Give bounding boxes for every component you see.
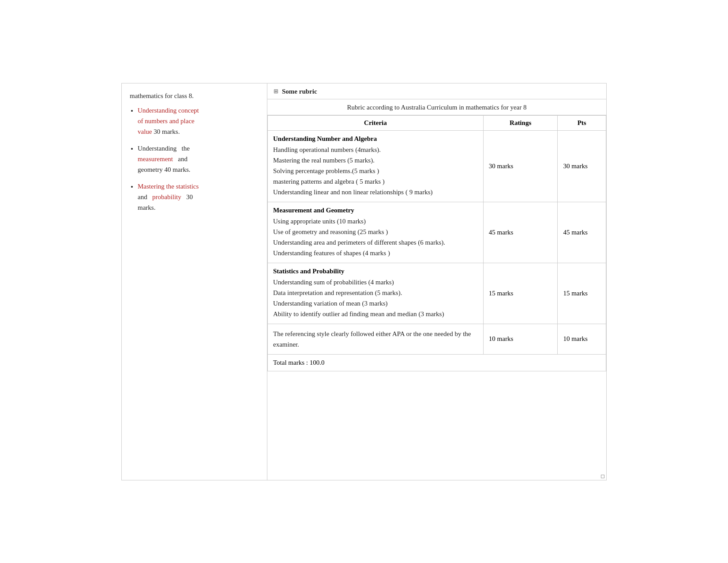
bullet3-part1: Mastering the statistics: [138, 183, 199, 190]
bullet2-part2: the: [182, 145, 190, 152]
col-criteria: Criteria: [268, 115, 484, 130]
rubric-table: Criteria Ratings Pts Understanding Numbe…: [267, 115, 606, 371]
criteria-body-0: Handling operational numbers (4marks).Ma…: [273, 144, 478, 197]
criteria-cell-3: The referencing style clearly followed e…: [268, 324, 484, 354]
resize-handle[interactable]: [601, 475, 604, 478]
criteria-cell-0: Understanding Number and AlgebraHandling…: [268, 130, 484, 202]
bullet2-part3: measurement: [138, 155, 173, 162]
ratings-cell-3: 10 marks: [483, 324, 558, 354]
criteria-body-2: Understanding sum of probabilities (4 ma…: [273, 277, 478, 319]
total-cell: Total marks : 100.0: [268, 354, 606, 371]
pts-cell-1: 45 marks: [558, 202, 606, 263]
table-row: Measurement and GeometryUsing appropriat…: [268, 202, 606, 263]
bullet2-part5: geometry 40 marks.: [138, 166, 191, 173]
ratings-cell-1: 45 marks: [483, 202, 558, 263]
rubric-header: ⊞ Some rubric: [267, 83, 606, 99]
rubric-subtitle: Rubric according to Australia Curriculum…: [267, 99, 606, 115]
pts-cell-3: 10 marks: [558, 324, 606, 354]
bullet2-part4: and: [178, 155, 188, 162]
criteria-title-2: Statistics and Probability: [273, 268, 478, 275]
right-panel: ⊞ Some rubric Rubric according to Austra…: [267, 83, 606, 480]
intro-text: mathematics for class 8.: [130, 92, 259, 100]
criteria-title-1: Measurement and Geometry: [273, 207, 478, 214]
criteria-body-1: Using appropriate units (10 marks)Use of…: [273, 216, 478, 258]
table-row: The referencing style clearly followed e…: [268, 324, 606, 354]
bullet3-part5: marks.: [138, 204, 155, 211]
list-item-2: Understanding the measurement and geomet…: [138, 143, 259, 175]
col-ratings: Ratings: [483, 115, 558, 130]
rubric-title: Some rubric: [282, 88, 317, 95]
bullet3-part3: probability: [152, 193, 181, 200]
total-row: Total marks : 100.0: [268, 354, 606, 371]
list-item-3: Mastering the statistics and probability…: [138, 181, 259, 213]
ratings-cell-0: 30 marks: [483, 130, 558, 202]
col-pts: Pts: [558, 115, 606, 130]
pts-cell-2: 15 marks: [558, 263, 606, 324]
list-item-1: Understanding concept of numbers and pla…: [138, 105, 259, 137]
criteria-title-0: Understanding Number and Algebra: [273, 135, 478, 143]
bullet1-part1: Understanding concept: [138, 107, 199, 114]
bullet3-part2: and: [138, 193, 147, 200]
bullet1-part4: 30 marks.: [152, 128, 180, 135]
bullet3-part4: 30: [186, 193, 193, 200]
criteria-body-3: The referencing style clearly followed e…: [273, 329, 478, 350]
table-row: Understanding Number and AlgebraHandling…: [268, 130, 606, 202]
table-row: Statistics and ProbabilityUnderstanding …: [268, 263, 606, 324]
criteria-cell-1: Measurement and GeometryUsing appropriat…: [268, 202, 484, 263]
main-container: mathematics for class 8. Understanding c…: [121, 83, 607, 480]
table-header-row: Criteria Ratings Pts: [268, 115, 606, 130]
expand-icon[interactable]: ⊞: [274, 88, 278, 95]
bullet1-part3: value: [138, 128, 152, 135]
bullet-list: Understanding concept of numbers and pla…: [130, 105, 259, 213]
left-panel: mathematics for class 8. Understanding c…: [122, 83, 267, 480]
ratings-cell-2: 15 marks: [483, 263, 558, 324]
bullet1-part2: of numbers and place: [138, 117, 195, 125]
bullet2-part1: Understanding: [138, 145, 176, 152]
pts-cell-0: 30 marks: [558, 130, 606, 202]
criteria-cell-2: Statistics and ProbabilityUnderstanding …: [268, 263, 484, 324]
